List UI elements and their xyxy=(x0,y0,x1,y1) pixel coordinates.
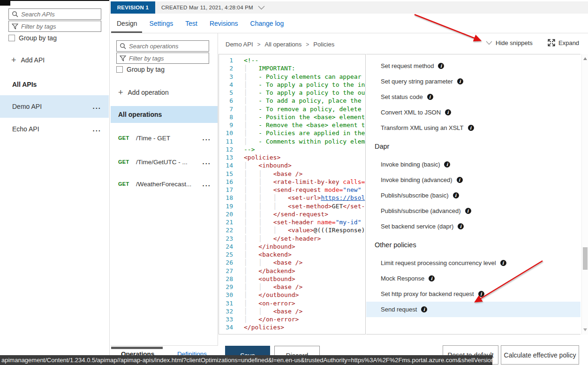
snippet-item-set-request-method[interactable]: Set request methodi xyxy=(366,58,580,74)
code-token: </on-error> xyxy=(258,316,299,323)
info-icon[interactable]: i xyxy=(421,306,427,312)
line-number: 25 xyxy=(219,251,238,259)
info-icon[interactable]: i xyxy=(457,177,463,183)
operation-row-weatherforecast[interactable]: GET/WeatherForecast...... xyxy=(111,175,218,193)
snippet-item-convert-xml-to-json[interactable]: Convert XML to JSONi xyxy=(366,105,580,120)
info-icon[interactable]: i xyxy=(457,78,463,84)
info-icon[interactable]: i xyxy=(478,291,484,297)
add-api-button[interactable]: + Add API xyxy=(11,56,45,64)
indent-guide: │ xyxy=(244,97,258,104)
indent-guide: │ │ xyxy=(244,211,273,218)
snippet-label: Publish/subscribe (advanced) xyxy=(381,207,461,214)
tab-revisions[interactable]: Revisions xyxy=(210,14,238,33)
info-icon[interactable]: i xyxy=(453,192,459,198)
tab-design[interactable]: Design xyxy=(117,14,137,33)
snippet-item-set-http-proxy-for-backend-request[interactable]: Set http proxy for backend requesti xyxy=(366,286,580,302)
scrollbar-up-arrow[interactable] xyxy=(583,57,587,60)
info-icon[interactable]: i xyxy=(438,63,444,69)
info-icon[interactable]: i xyxy=(465,208,471,214)
code-token: https://bsol xyxy=(321,194,365,201)
breadcrumb-item-policies[interactable]: Policies xyxy=(313,41,334,48)
tab-change-log[interactable]: Change log xyxy=(250,14,284,33)
group-by-tag-row[interactable]: Group by tag xyxy=(8,34,57,42)
filter-operations-input[interactable] xyxy=(129,55,206,62)
tab-test[interactable]: Test xyxy=(185,14,197,33)
snippet-item-set-status-code[interactable]: Set status codei xyxy=(366,89,580,105)
code-token: <on-error> xyxy=(258,300,295,307)
operation-name: /WeatherForecast... xyxy=(136,181,202,188)
code-line: 23│ │ </set-header> xyxy=(219,235,365,243)
code-line: 33│ </on-error> xyxy=(219,315,365,323)
snippets-scrollbar[interactable] xyxy=(581,54,588,335)
tab-bar: DesignSettingsTestRevisionsChange log xyxy=(117,14,284,33)
code-text: │ </backend> xyxy=(238,267,295,275)
snippet-item-set-backend-service-dapr[interactable]: Set backend service (dapr)i xyxy=(366,219,580,234)
breadcrumb-item-all-operations[interactable]: All operations xyxy=(265,41,302,48)
snippet-item-mock-response[interactable]: Mock Responsei xyxy=(366,271,580,286)
indent-guide: │ xyxy=(244,65,258,72)
ops-group-by-tag-row[interactable]: Group by tag xyxy=(116,66,165,73)
ops-group-by-tag-label: Group by tag xyxy=(127,66,165,73)
code-token: GET xyxy=(332,203,343,210)
info-icon[interactable]: i xyxy=(468,125,474,131)
context-menu-icon[interactable]: ... xyxy=(202,136,211,140)
breadcrumb-separator: > xyxy=(257,41,261,48)
context-menu-icon[interactable]: ... xyxy=(202,160,211,164)
api-list-item-echo-api[interactable]: Echo API... xyxy=(0,118,109,140)
all-operations-row[interactable]: All operations xyxy=(111,106,218,123)
info-icon[interactable]: i xyxy=(445,109,451,115)
policy-code-editor[interactable]: 1<!--2│ IMPORTANT:3│ - Policy elements c… xyxy=(219,54,366,335)
breadcrumb-item-demo-api[interactable]: Demo API xyxy=(226,41,253,48)
scrollbar-thumb[interactable] xyxy=(583,247,588,270)
snippet-item-publish-subscribe-advanced[interactable]: Publish/subscribe (advanced)i xyxy=(366,203,580,219)
snippet-item-send-request[interactable]: Send requesti xyxy=(366,302,580,317)
snippet-label: Publish/subscribe (basic) xyxy=(381,192,449,199)
scrollbar-down-arrow[interactable] xyxy=(583,328,587,331)
snippet-label: Send request xyxy=(381,306,417,313)
search-apis-input[interactable] xyxy=(21,11,98,18)
context-menu-icon[interactable]: ... xyxy=(92,127,101,131)
api-list-item-demo-api[interactable]: Demo API... xyxy=(0,95,109,118)
snippet-item-invoke-binding-basic[interactable]: Invoke binding (basic)i xyxy=(366,157,580,172)
snippet-item-publish-subscribe-basic[interactable]: Publish/subscribe (basic)i xyxy=(366,188,580,203)
hide-snippets-button[interactable]: Hide snippets xyxy=(486,39,533,46)
info-icon[interactable]: i xyxy=(500,260,506,266)
info-icon[interactable]: i xyxy=(444,161,450,167)
chevron-down-icon[interactable] xyxy=(258,6,265,10)
operation-name: /Time/GetUTC - ... xyxy=(136,159,202,166)
code-text: │ - Remove the <base> element t xyxy=(238,121,365,129)
operation-row-time-getutc[interactable]: GET/Time/GetUTC - ...... xyxy=(111,152,218,171)
info-icon[interactable]: i xyxy=(458,223,464,229)
search-operations-input[interactable] xyxy=(129,43,206,50)
operation-row-time-get[interactable]: GET/Time - GET... xyxy=(111,129,218,147)
code-token: <outbound> xyxy=(258,275,295,282)
ops-group-by-tag-checkbox[interactable] xyxy=(116,66,123,73)
info-icon[interactable]: i xyxy=(427,94,433,100)
calculate-effective-policy-button[interactable]: Calculate effective policy xyxy=(501,345,579,365)
line-number: 11 xyxy=(219,137,238,145)
browser-status-bar: apimanagement/Content/1.234.0.5/apimap//… xyxy=(0,355,492,365)
snippet-label: Set query string parameter xyxy=(381,78,453,85)
expand-button[interactable]: Expand xyxy=(548,39,579,46)
line-number: 4 xyxy=(219,81,238,89)
code-line: 8│ - Position the <base> element xyxy=(219,113,365,121)
snippet-item-invoke-binding-advanced[interactable]: Invoke binding (advanced)i xyxy=(366,172,580,188)
snippet-item-transform-xml-using-an-xslt[interactable]: Transform XML using an XSLTi xyxy=(366,120,580,136)
context-menu-icon[interactable]: ... xyxy=(202,182,211,186)
code-token: - Policies are applied in the xyxy=(258,129,365,137)
line-number: 34 xyxy=(219,323,238,331)
context-menu-icon[interactable]: ... xyxy=(92,105,101,108)
code-token: calls= xyxy=(343,178,365,185)
all-operations-label: All operations xyxy=(118,111,162,118)
group-by-tag-checkbox[interactable] xyxy=(8,35,15,41)
filter-apis-input[interactable] xyxy=(21,23,98,30)
code-text: │ - Comments within policy elem xyxy=(238,137,365,145)
info-icon[interactable]: i xyxy=(429,275,435,281)
snippet-item-set-query-string-parameter[interactable]: Set query string parameteri xyxy=(366,74,580,89)
sidebar-divider xyxy=(109,1,110,355)
code-line: 3│ - Policy elements can appear xyxy=(219,73,365,81)
tab-settings[interactable]: Settings xyxy=(150,14,173,33)
search-icon xyxy=(12,11,18,17)
snippet-item-limit-request-processing-concurrency-level[interactable]: Limit request processing concurrency lev… xyxy=(366,255,580,271)
add-operation-button[interactable]: + Add operation xyxy=(118,89,169,96)
